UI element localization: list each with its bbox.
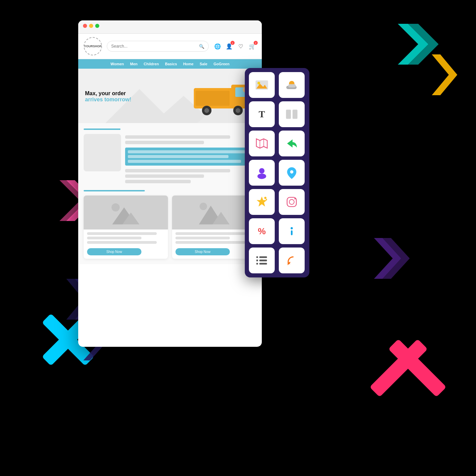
shop-content: Max, your order arrives tomorrow! ★ [78,69,262,264]
window-controls [83,24,257,28]
hero-title: Max, your order [85,90,131,97]
svg-marker-46 [256,139,267,148]
heart-icon[interactable]: ♡ [237,42,245,50]
nav-item-gogreen[interactable]: GoGreen [214,62,230,66]
card-image-2 [172,196,256,230]
nav-item-women[interactable]: Women [111,62,124,66]
shop-logo[interactable]: YOUR SHOP [84,37,102,55]
chat-line-1 [128,150,248,153]
svg-point-50 [257,173,266,179]
chat-line-2 [128,155,228,158]
nav-item-basics[interactable]: Basics [165,62,177,66]
product-thumbnail[interactable] [84,134,121,171]
product-card-1[interactable]: Shop Now [84,196,168,259]
svg-marker-1 [408,24,439,65]
cart-badge: 2 [254,41,258,45]
svg-rect-23 [196,91,230,106]
nav-item-sale[interactable]: Sale [200,62,207,66]
cards-row: Shop Now [84,196,256,259]
percent-icon: % [258,226,266,237]
text-line-3 [125,169,230,172]
svg-marker-10 [374,238,401,279]
svg-rect-64 [256,263,258,265]
card-body-1: Shop Now [84,230,168,259]
product-text-lines [125,134,256,183]
widget-location-button[interactable] [279,160,305,186]
widget-undo-button[interactable] [279,248,305,273]
svg-rect-59 [291,231,293,235]
svg-rect-43 [288,84,296,88]
svg-point-56 [289,200,294,204]
card-image-1 [84,196,168,230]
svg-rect-13 [370,339,428,397]
widget-instagram-button[interactable] [279,189,305,215]
card-line-5 [175,237,230,239]
widget-text-button[interactable]: T [249,101,275,127]
svg-rect-62 [256,260,258,261]
browser-chrome [78,20,262,34]
maximize-dot[interactable] [95,24,99,28]
card-body-2: Shop Now [172,230,256,259]
cart-icon[interactable]: 🛒 2 [248,42,256,50]
nav-item-men[interactable]: Men [130,62,138,66]
user-badge: 1 [231,41,235,45]
svg-rect-61 [259,256,267,258]
nav-item-children[interactable]: Children [144,62,159,66]
widget-list-button[interactable] [249,248,275,273]
shop-navigation: Women Men Children Basics Home Sale GoGr… [78,59,262,69]
widget-info-button[interactable] [279,218,305,244]
section-divider [84,129,145,130]
svg-rect-45 [292,109,297,119]
hero-banner: Max, your order arrives tomorrow! ★ [78,69,262,123]
svg-point-36 [200,203,207,210]
product-card-2[interactable]: Shop Now [172,196,256,259]
svg-rect-12 [388,339,446,397]
svg-rect-63 [259,260,267,261]
widget-columns-button[interactable] [279,101,305,127]
card-line-1 [87,232,157,235]
search-bar[interactable]: 🔍 [107,41,209,52]
shop-now-button-2[interactable]: Shop Now [175,248,230,255]
user-icon[interactable]: 👤 1 [225,42,233,50]
close-dot[interactable] [83,24,87,28]
shop-now-button-1[interactable]: Shop Now [87,248,141,255]
header-icons: 🌐 👤 1 ♡ 🛒 2 [214,42,256,50]
minimize-dot[interactable] [89,24,93,28]
card-line-6 [175,241,245,244]
svg-point-51 [290,170,293,174]
browser-window: YOUR SHOP 🔍 🌐 👤 1 ♡ 🛒 2 Women Men Childr… [78,20,262,347]
chat-line-3 [128,160,241,163]
bottom-section: Shop Now [78,187,262,264]
text-line-5 [125,180,191,183]
widget-panel: T [245,68,309,277]
card-line-4 [175,232,245,235]
svg-point-32 [112,203,120,211]
bottom-section-divider [84,190,145,191]
card-line-2 [87,237,141,239]
widget-share-button[interactable] [279,131,305,156]
widget-percent-button[interactable]: % [249,218,275,244]
svg-rect-60 [256,256,258,258]
card-line-3 [87,241,157,244]
widget-weather-button[interactable] [279,72,305,98]
widget-user-button[interactable] [249,160,275,186]
nav-item-home[interactable]: Home [183,62,194,66]
chat-highlight [125,148,256,166]
svg-point-39 [257,82,260,84]
text-line-4 [125,174,204,178]
text-line-1 [125,135,230,139]
globe-icon[interactable]: 🌐 [214,42,222,50]
svg-point-27 [236,108,240,113]
hero-subtitle: arrives tomorrow! [85,97,131,103]
product-row [84,134,256,183]
svg-point-58 [291,227,293,229]
widget-image-button[interactable] [249,72,275,98]
widget-star-button[interactable] [249,189,275,215]
svg-marker-2 [432,54,457,95]
widget-map-button[interactable] [249,131,275,156]
svg-marker-0 [398,24,428,65]
text-icon: T [259,109,265,120]
search-input[interactable] [111,44,199,49]
svg-rect-65 [259,263,267,265]
shop-header: YOUR SHOP 🔍 🌐 👤 1 ♡ 🛒 2 [78,34,262,59]
